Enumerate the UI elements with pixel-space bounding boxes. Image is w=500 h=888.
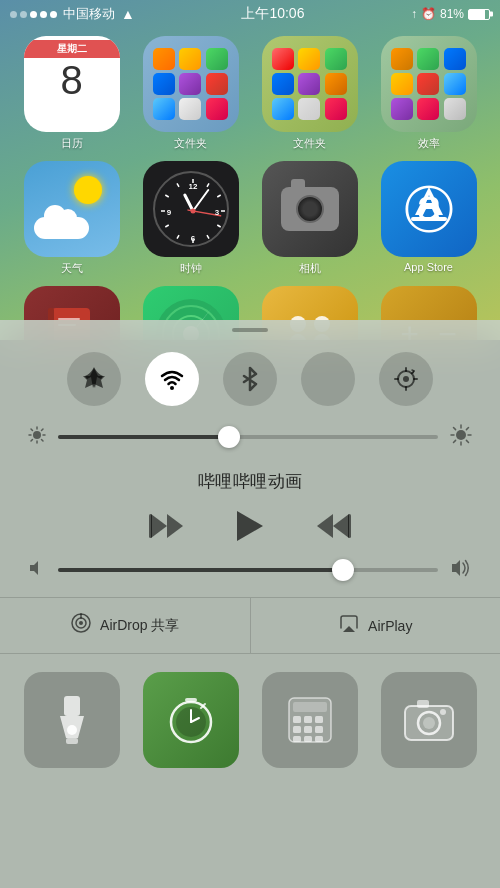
- speaker-high-icon: [450, 559, 472, 577]
- svg-line-12: [184, 195, 192, 211]
- airdrop-svg: [70, 612, 92, 634]
- calculator-icon: [285, 694, 335, 746]
- signal-dot-2: [20, 11, 27, 18]
- svg-line-43: [42, 440, 44, 442]
- camera-label: 相机: [299, 261, 321, 276]
- svg-line-5: [207, 235, 209, 238]
- calendar-weekday: 星期二: [24, 40, 120, 58]
- prod-mini-1: [391, 48, 413, 70]
- cc-nowplaying: 哔哩哔哩动画: [0, 456, 500, 501]
- app-weather[interactable]: 天气: [12, 161, 131, 276]
- svg-line-53: [466, 428, 468, 430]
- prod-mini-8: [417, 98, 439, 120]
- folder2-mini-8: [298, 98, 320, 120]
- app-productivity[interactable]: 效率: [369, 36, 488, 151]
- signal-dot-3: [30, 11, 37, 18]
- svg-line-2: [217, 195, 220, 197]
- cc-actions: [0, 664, 500, 780]
- rewind-button[interactable]: [149, 512, 185, 540]
- clock-face: 12 3 6 9: [153, 171, 229, 247]
- airplane-toggle[interactable]: [67, 352, 121, 406]
- status-left: 中国移动 ▲: [10, 5, 135, 23]
- brightness-track[interactable]: [58, 435, 438, 439]
- app-calendar[interactable]: 星期二 8 日历: [12, 36, 131, 151]
- svg-line-1: [207, 183, 209, 186]
- play-button[interactable]: [235, 509, 265, 543]
- folder-mini-2: [179, 48, 201, 70]
- camera-icon: [262, 161, 358, 257]
- prod-mini-3: [444, 48, 466, 70]
- cc-handle: [0, 320, 500, 336]
- svg-rect-86: [315, 736, 323, 742]
- svg-rect-80: [315, 716, 323, 723]
- timer-button[interactable]: [143, 672, 239, 768]
- svg-point-37: [33, 431, 41, 439]
- camera-quick-button[interactable]: [381, 672, 477, 768]
- svg-rect-85: [304, 736, 312, 742]
- status-time: 上午10:06: [241, 5, 304, 23]
- airdrop-button[interactable]: AirDrop 共享: [0, 598, 251, 653]
- svg-point-90: [423, 717, 435, 729]
- svg-rect-21: [411, 217, 447, 221]
- svg-rect-82: [304, 726, 312, 733]
- donotdisturb-toggle[interactable]: [301, 352, 355, 406]
- folder-mini-4: [153, 73, 175, 95]
- brightness-thumb[interactable]: [218, 426, 240, 448]
- svg-line-13: [193, 190, 208, 211]
- folder2-mini-4: [272, 73, 294, 95]
- svg-rect-83: [315, 726, 323, 733]
- cc-volume: [0, 553, 500, 587]
- carrier-label: 中国移动: [63, 5, 115, 23]
- rotation-toggle[interactable]: [379, 352, 433, 406]
- svg-text:12: 12: [188, 182, 197, 191]
- bluetooth-toggle[interactable]: [223, 352, 277, 406]
- svg-rect-84: [293, 736, 301, 742]
- folder-mini-5: [179, 73, 201, 95]
- wifi-toggle[interactable]: [145, 352, 199, 406]
- productivity-icon: [381, 36, 477, 132]
- svg-point-34: [170, 386, 174, 390]
- signal-dots: [10, 11, 57, 18]
- volume-track[interactable]: [58, 568, 438, 572]
- calculator-button[interactable]: [262, 672, 358, 768]
- app-folder1[interactable]: 文件夹: [131, 36, 250, 151]
- folder2-mini-2: [298, 48, 320, 70]
- folder2-mini-3: [325, 48, 347, 70]
- airplay-svg: [338, 614, 360, 632]
- battery-icon: [468, 9, 490, 20]
- folder1-label: 文件夹: [174, 136, 207, 151]
- signal-dot-4: [40, 11, 47, 18]
- fastforward-button[interactable]: [315, 512, 351, 540]
- svg-text:9: 9: [166, 208, 171, 217]
- fastforward-icon: [315, 512, 351, 540]
- svg-line-54: [454, 440, 456, 442]
- folder-mini-3: [206, 48, 228, 70]
- airplane-icon: [81, 366, 107, 392]
- folder-mini-7: [153, 98, 175, 120]
- clock-ticks: 12 3 6 9: [155, 173, 231, 249]
- timer-icon: [165, 694, 217, 746]
- rotation-icon: [393, 366, 419, 392]
- calendar-label: 日历: [61, 136, 83, 151]
- svg-rect-66: [64, 696, 80, 716]
- airplay-icon: [338, 614, 360, 637]
- svg-point-36: [403, 376, 409, 382]
- app-appstore[interactable]: ⓐ App Store: [369, 161, 488, 276]
- app-camera[interactable]: 相机: [250, 161, 369, 276]
- svg-text:6: 6: [190, 234, 195, 243]
- svg-rect-74: [185, 698, 197, 702]
- folder2-mini-5: [298, 73, 320, 95]
- app-clock[interactable]: 12 3 6 9 时钟: [131, 161, 250, 276]
- airplay-label: AirPlay: [368, 618, 412, 634]
- cc-media: [0, 501, 500, 553]
- control-center: 哔哩哔哩动画: [0, 320, 500, 888]
- app-folder2[interactable]: 文件夹: [250, 36, 369, 151]
- rewind-icon: [149, 512, 185, 540]
- weather-cloud: [34, 217, 89, 239]
- folder2-mini-9: [325, 98, 347, 120]
- flashlight-button[interactable]: [24, 672, 120, 768]
- volume-thumb[interactable]: [332, 559, 354, 581]
- camera-lens: [296, 195, 324, 223]
- airplay-button[interactable]: AirPlay: [251, 598, 501, 653]
- prod-mini-7: [391, 98, 413, 120]
